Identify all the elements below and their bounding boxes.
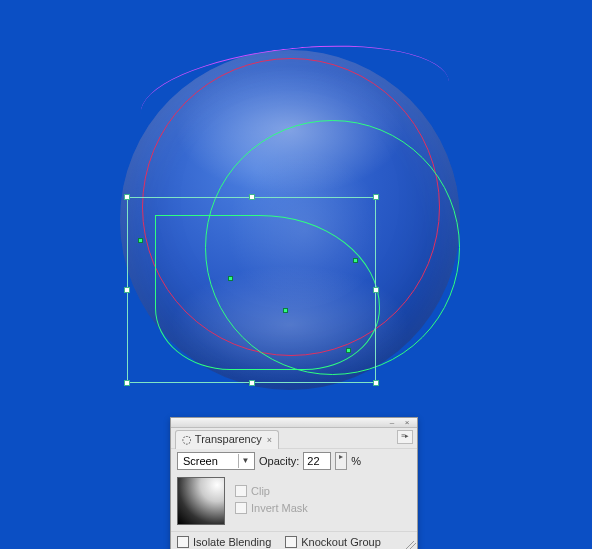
tab-label: Transparency <box>195 433 262 445</box>
panel-titlebar[interactable]: – × <box>171 418 417 428</box>
resize-handle-top-mid[interactable] <box>249 194 255 200</box>
close-icon[interactable]: × <box>267 435 272 445</box>
knockout-group-label: Knockout Group <box>301 536 381 548</box>
panel-body: Clip Invert Mask <box>171 473 417 531</box>
resize-handle-top-right[interactable] <box>373 194 379 200</box>
isolate-blending-checkbox[interactable] <box>177 536 189 548</box>
resize-handle-mid-left[interactable] <box>124 287 130 293</box>
selection-bounding-box[interactable] <box>127 197 376 383</box>
chevron-down-icon: ▼ <box>238 454 252 468</box>
invert-mask-option: Invert Mask <box>235 502 308 514</box>
resize-handle-bottom-mid[interactable] <box>249 380 255 386</box>
anchor-point[interactable] <box>283 308 288 313</box>
knockout-group-checkbox[interactable] <box>285 536 297 548</box>
opacity-suffix: % <box>351 455 361 467</box>
resize-handle-bottom-left[interactable] <box>124 380 130 386</box>
clip-checkbox <box>235 485 247 497</box>
clip-option: Clip <box>235 485 308 497</box>
panel-controls-row: Screen ▼ Opacity: % <box>171 448 417 473</box>
blend-mode-value: Screen <box>183 455 218 467</box>
opacity-thumbnail[interactable] <box>177 477 225 525</box>
panel-footer: Isolate Blending Knockout Group <box>171 531 417 549</box>
invert-mask-label: Invert Mask <box>251 502 308 514</box>
isolate-blending-label: Isolate Blending <box>193 536 271 548</box>
isolate-blending-option[interactable]: Isolate Blending <box>177 536 271 548</box>
panel-tab-bar: ◌ Transparency × <box>171 428 417 448</box>
panel-close-icon[interactable]: × <box>400 419 414 427</box>
knockout-group-option[interactable]: Knockout Group <box>285 536 381 548</box>
blend-mode-dropdown[interactable]: Screen ▼ <box>177 452 255 470</box>
resize-handle-top-left[interactable] <box>124 194 130 200</box>
panel-minimize-icon[interactable]: – <box>385 419 399 427</box>
resize-handle-bottom-right[interactable] <box>373 380 379 386</box>
anchor-point[interactable] <box>138 238 143 243</box>
resize-handle-mid-right[interactable] <box>373 287 379 293</box>
opacity-label: Opacity: <box>259 455 299 467</box>
transparency-panel[interactable]: – × ◌ Transparency × Screen ▼ Opacity: %… <box>170 417 418 549</box>
opacity-input[interactable] <box>303 452 331 470</box>
anchor-point[interactable] <box>353 258 358 263</box>
resize-grip[interactable] <box>406 541 416 549</box>
invert-mask-checkbox <box>235 502 247 514</box>
tab-transparency[interactable]: ◌ Transparency × <box>175 430 279 449</box>
anchor-point[interactable] <box>346 348 351 353</box>
anchor-point[interactable] <box>228 276 233 281</box>
clip-label: Clip <box>251 485 270 497</box>
panel-menu-button[interactable] <box>397 430 413 444</box>
circle-icon: ◌ <box>182 433 192 445</box>
opacity-stepper[interactable] <box>335 452 347 470</box>
gradient-swatch <box>178 478 224 524</box>
